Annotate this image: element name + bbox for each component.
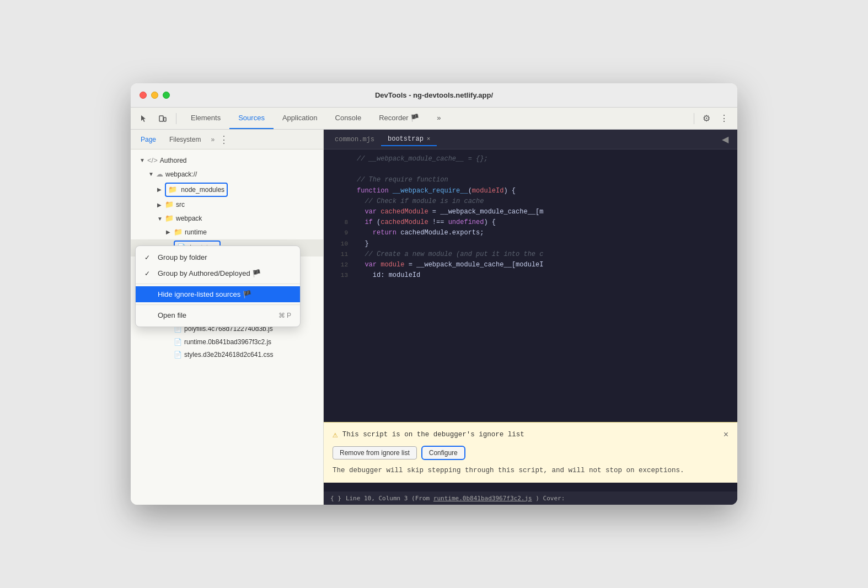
code-line-8: 8 if (cachedModule !== undefined) {	[324, 217, 737, 228]
code-line-4: function __webpack_require__(moduleId) {	[324, 186, 737, 196]
code-line-9: 9 return cachedModule.exports;	[324, 228, 737, 238]
menu-separator	[136, 284, 300, 284]
code-line-2	[324, 164, 737, 175]
status-source-file[interactable]: runtime.0b841bad3967f3c2.js	[433, 495, 532, 502]
code-line-1: // __webpack_module_cache__ = {};	[324, 154, 737, 164]
tab-application[interactable]: Application	[274, 108, 326, 129]
menu-group-by-authored[interactable]: ✓ Group by Authored/Deployed 🏴	[136, 265, 300, 281]
main-toolbar: Elements Sources Application Console Rec…	[131, 108, 737, 130]
tree-webpack-root[interactable]: ▼ ☁ webpack://	[131, 168, 323, 181]
context-dropdown-menu: ✓ Group by folder ✓ Group by Authored/De…	[135, 245, 301, 327]
ignore-banner-actions: Remove from ignore list Configure	[333, 446, 728, 460]
sidebar-tab-page[interactable]: Page	[135, 133, 162, 146]
status-braces[interactable]: { }	[330, 495, 341, 502]
maximize-button[interactable]	[163, 92, 170, 99]
tree-runtime-js[interactable]: ▶ 📄 runtime.0b841bad3967f3c2.js	[131, 336, 323, 349]
main-content: Page Filesystem » ⋮ ▼ </> Authored ▼	[131, 130, 737, 505]
svg-rect-0	[159, 116, 163, 121]
tab-more[interactable]: »	[428, 108, 449, 129]
warning-icon: ⚠	[333, 429, 338, 440]
code-line-11: 11 // Create a new module (and put it in…	[324, 249, 737, 260]
editor-tab-common-mjs[interactable]: common.mjs	[328, 133, 381, 146]
status-bar: { } Line 10, Column 3 (From runtime.0b84…	[324, 491, 737, 505]
window-title: DevTools - ng-devtools.netlify.app/	[375, 91, 493, 99]
code-line-13: 13 id: moduleId	[324, 270, 737, 281]
menu-hide-ignore[interactable]: Hide ignore-listed sources 🏴	[136, 286, 300, 302]
minimize-button[interactable]	[151, 92, 158, 99]
ignore-banner-title: This script is on the debugger's ignore …	[342, 431, 524, 439]
tab-sources[interactable]: Sources	[229, 108, 274, 129]
code-panel: common.mjs bootstrap × ◀ // __webpack_mo…	[324, 130, 737, 505]
cursor-tool-button[interactable]	[136, 111, 152, 126]
traffic-lights	[140, 92, 170, 99]
more-options-button[interactable]: ⋮	[716, 111, 732, 126]
toolbar-right: ⚙ ⋮	[692, 111, 732, 126]
tree-src[interactable]: ▶ 📁 src	[131, 198, 323, 212]
tree-authored-section[interactable]: ▼ </> Authored	[131, 154, 323, 168]
editor-tab-bar: common.mjs bootstrap × ◀	[324, 130, 737, 149]
remove-from-ignore-button[interactable]: Remove from ignore list	[333, 446, 417, 459]
sidebar-tab-filesystem[interactable]: Filesystem	[164, 133, 206, 146]
device-toggle-button[interactable]	[155, 111, 170, 126]
status-position: Line 10, Column 3 (From runtime.0b841bad…	[346, 495, 565, 502]
main-tab-bar: Elements Sources Application Console Rec…	[182, 108, 688, 129]
devtools-window: DevTools - ng-devtools.netlify.app/ Elem…	[131, 83, 737, 505]
titlebar: DevTools - ng-devtools.netlify.app/	[131, 83, 737, 108]
code-line-5: // Check if module is in cache	[324, 196, 737, 207]
svg-rect-1	[164, 117, 166, 121]
close-button[interactable]	[140, 92, 147, 99]
tab-elements[interactable]: Elements	[182, 108, 229, 129]
editor-tab-bootstrap[interactable]: bootstrap ×	[381, 133, 437, 146]
menu-group-by-folder[interactable]: ✓ Group by folder	[136, 249, 300, 265]
ignore-list-banner: ⚠ This script is on the debugger's ignor…	[324, 422, 737, 483]
tree-webpack-folder[interactable]: ▼ 📁 webpack	[131, 212, 323, 226]
menu-open-file[interactable]: Open file ⌘ P	[136, 307, 300, 323]
tree-styles-css[interactable]: ▶ 📄 styles.d3e2b24618d2c641.css	[131, 349, 323, 361]
code-line-10: 10 }	[324, 239, 737, 249]
tab-recorder[interactable]: Recorder 🏴	[370, 108, 428, 129]
sidebar-actions-button[interactable]: ⋮	[219, 133, 229, 146]
ignore-banner-header: ⚠ This script is on the debugger's ignor…	[333, 429, 728, 440]
sidebar: Page Filesystem » ⋮ ▼ </> Authored ▼	[131, 130, 324, 505]
ignore-banner-description: The debugger will skip stepping through …	[333, 466, 728, 476]
close-banner-button[interactable]: ×	[724, 430, 728, 440]
tree-node-modules[interactable]: ▶ 📁 node_modules	[131, 181, 323, 199]
tree-runtime[interactable]: ▶ 📁 runtime	[131, 226, 323, 239]
sidebar-tab-more[interactable]: »	[211, 136, 215, 143]
toolbar-divider	[176, 113, 176, 124]
configure-button[interactable]: Configure	[421, 446, 465, 460]
settings-button[interactable]: ⚙	[699, 111, 714, 126]
code-line-3: // The require function	[324, 175, 737, 185]
code-line-6: var cachedModule = __webpack_module_cach…	[324, 207, 737, 217]
menu-separator-2	[136, 304, 300, 305]
tab-console[interactable]: Console	[326, 108, 371, 129]
code-line-12: 12 var module = __webpack_module_cache__…	[324, 260, 737, 270]
collapse-sidebar-button[interactable]: ◀	[717, 132, 733, 147]
toolbar-divider-2	[694, 113, 694, 124]
sidebar-tab-bar: Page Filesystem » ⋮	[131, 130, 323, 149]
close-tab-bootstrap[interactable]: ×	[427, 136, 431, 142]
file-tree: ▼ </> Authored ▼ ☁ webpack:// ▶	[131, 149, 323, 505]
code-editor[interactable]: // __webpack_module_cache__ = {}; // The…	[324, 149, 737, 439]
